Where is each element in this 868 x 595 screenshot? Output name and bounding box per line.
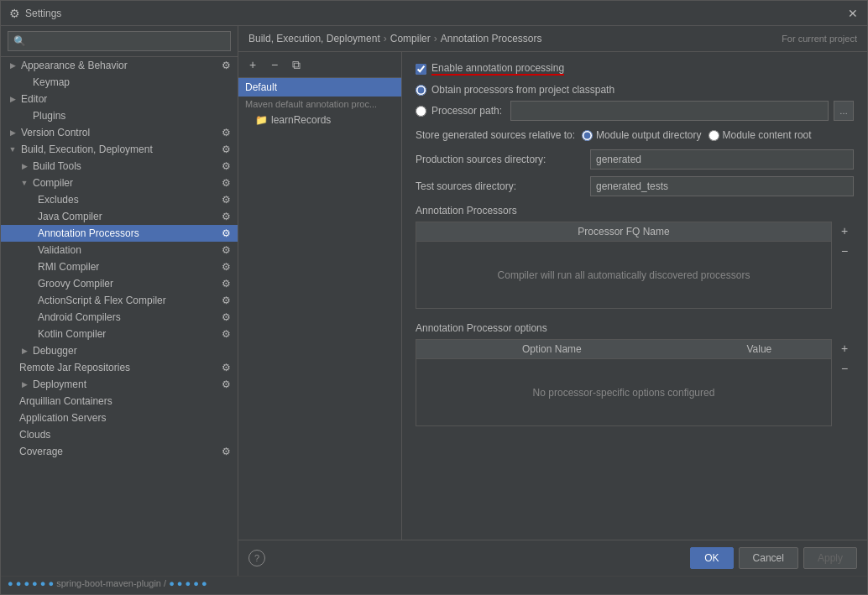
sidebar-label: Validation [38,244,81,256]
settings-icon: ⚙ [222,144,231,155]
ap-toolbar: + − ⧉ [238,52,401,78]
empty-processors-text: Compiler will run all automatically disc… [416,242,832,309]
settings-icon: ⚙ [222,177,231,189]
settings-icon: ⚙ [222,311,231,323]
sidebar-label: Version Control [21,127,90,138]
apply-button[interactable]: Apply [803,547,857,569]
folder-icon: 📁 [255,114,268,126]
sidebar-item-build[interactable]: ▼ Build, Execution, Deployment ⚙ [1,141,238,158]
sidebar-item-clouds[interactable]: Clouds [1,426,238,443]
sidebar-item-rmi[interactable]: RMI Compiler ⚙ [1,258,238,275]
enable-ap-row: Enable annotation processing [416,62,854,76]
processor-path-radio[interactable] [416,106,426,117]
store-sources-label: Store generated sources relative to: [416,129,575,141]
sidebar-item-kotlin[interactable]: Kotlin Compiler ⚙ [1,326,238,342]
sidebar-label: Application Servers [19,412,106,424]
sidebar-item-compiler[interactable]: ▼ Compiler ⚙ [1,175,238,191]
enable-ap-label: Enable annotation processing [431,62,564,76]
settings-detail: Enable annotation processing Obtain proc… [402,52,867,540]
add-processor-button[interactable]: + [835,222,854,240]
close-button[interactable]: ✕ [847,8,859,19]
expand-icon: ▶ [19,347,29,355]
annotation-processors-table-area: Processor FQ Name Compiler will run all … [416,222,854,312]
processor-fq-col-header: Processor FQ Name [416,222,832,242]
sidebar-item-keymap[interactable]: Keymap [1,74,238,91]
obtain-classpath-radio[interactable] [416,85,426,96]
sidebar-label: Build Tools [33,160,81,172]
test-sources-input[interactable] [590,176,854,196]
sidebar-label: Editor [21,93,47,105]
sidebar-item-android[interactable]: Android Compilers ⚙ [1,309,238,326]
expand-icon: ▶ [19,380,29,389]
breadcrumb-part1: Build, Execution, Deployment [248,33,380,44]
settings-icon: ⚙ [222,227,231,239]
remove-profile-button[interactable]: − [265,55,284,74]
settings-icon: ⚙ [222,127,231,138]
sidebar-item-deployment[interactable]: ▶ Deployment ⚙ [1,376,238,393]
sidebar-label: Keymap [33,76,70,88]
copy-profile-button[interactable]: ⧉ [287,55,306,74]
sidebar-label: Android Compilers [38,311,121,323]
annotation-options-title: Annotation Processor options [416,322,854,334]
breadcrumb-part3: Annotation Processors [441,33,542,44]
sidebar-label: Java Compiler [38,211,102,222]
module-content-option: Module content root [709,129,812,141]
maven-default-profile: Maven default annotation proc... [238,97,401,112]
sidebar-item-build-tools[interactable]: ▶ Build Tools ⚙ [1,158,238,175]
ap-sub-label: learnRecords [271,114,331,126]
sidebar-item-coverage[interactable]: Coverage ⚙ [1,443,238,460]
module-output-radio[interactable] [582,130,593,141]
status-bar: ● ● ● ● ● ● spring-boot-maven-plugin / ●… [1,576,867,594]
breadcrumb-sep1: › [384,33,387,44]
remove-processor-button[interactable]: − [835,242,854,260]
test-sources-label: Test sources directory: [416,180,583,192]
cancel-button[interactable]: Cancel [739,547,798,569]
obtain-classpath-row: Obtain processors from project classpath [416,84,854,96]
sidebar-item-validation[interactable]: Validation ⚙ [1,242,238,258]
sidebar-item-editor[interactable]: ▶ Editor [1,91,238,107]
sidebar-item-excludes[interactable]: Excludes ⚙ [1,191,238,208]
learn-records-item[interactable]: 📁 learnRecords [238,112,401,128]
sidebar-label: Coverage [19,446,63,457]
search-input[interactable] [8,31,231,51]
empty-options-text: No processor-specific options configured [416,359,832,426]
sidebar-item-annotation-processors[interactable]: Annotation Processors ⚙ [1,225,238,242]
expand-icon-down: ▼ [8,145,18,154]
help-button[interactable]: ? [248,550,265,566]
sidebar-item-java-compiler[interactable]: Java Compiler ⚙ [1,208,238,225]
settings-icon: ⚙ [222,378,231,390]
sidebar-label: Arquillian Containers [19,395,112,407]
sidebar-item-vcs[interactable]: ▶ Version Control ⚙ [1,124,238,141]
module-content-label: Module content root [723,129,812,141]
sidebar-item-app-servers[interactable]: Application Servers [1,410,238,426]
ok-button[interactable]: OK [690,547,733,569]
sidebar-item-appearance[interactable]: ▶ Appearance & Behavior ⚙ [1,57,238,74]
settings-icon: ⚙ [222,60,231,71]
settings-icon: ⚙ [222,244,231,256]
sidebar-item-remote-jar[interactable]: Remote Jar Repositories ⚙ [1,359,238,376]
sidebar-item-arquillian[interactable]: Arquillian Containers [1,393,238,410]
ap-profile-default[interactable]: Default [238,78,401,97]
module-output-label: Module output directory [596,129,701,141]
sidebar-label: Excludes [38,194,79,206]
breadcrumb: Build, Execution, Deployment › Compiler … [238,26,867,52]
sidebar-label: Deployment [33,378,86,390]
enable-ap-checkbox[interactable] [416,64,426,75]
sidebar-item-actionscript[interactable]: ActionScript & Flex Compiler ⚙ [1,292,238,309]
production-sources-input[interactable] [590,149,854,170]
panel-body: + − ⧉ Default Maven default annotation p… [238,52,867,540]
remove-option-button[interactable]: − [835,359,854,378]
sidebar-label: Groovy Compiler [38,278,113,290]
options-side-buttons: + − [835,339,854,378]
annotation-options-table-area: Option Name Value No processor-specific … [416,339,854,430]
module-content-radio[interactable] [709,130,719,141]
expand-icon: ▶ [19,162,29,170]
sidebar-item-debugger[interactable]: ▶ Debugger [1,342,238,359]
sidebar-item-groovy[interactable]: Groovy Compiler ⚙ [1,275,238,292]
add-option-button[interactable]: + [835,339,854,358]
browse-button[interactable]: … [834,101,854,121]
settings-icon: ⚙ [222,362,231,373]
add-profile-button[interactable]: + [243,55,262,74]
processor-path-input[interactable] [510,101,829,121]
sidebar-item-plugins[interactable]: Plugins [1,107,238,124]
